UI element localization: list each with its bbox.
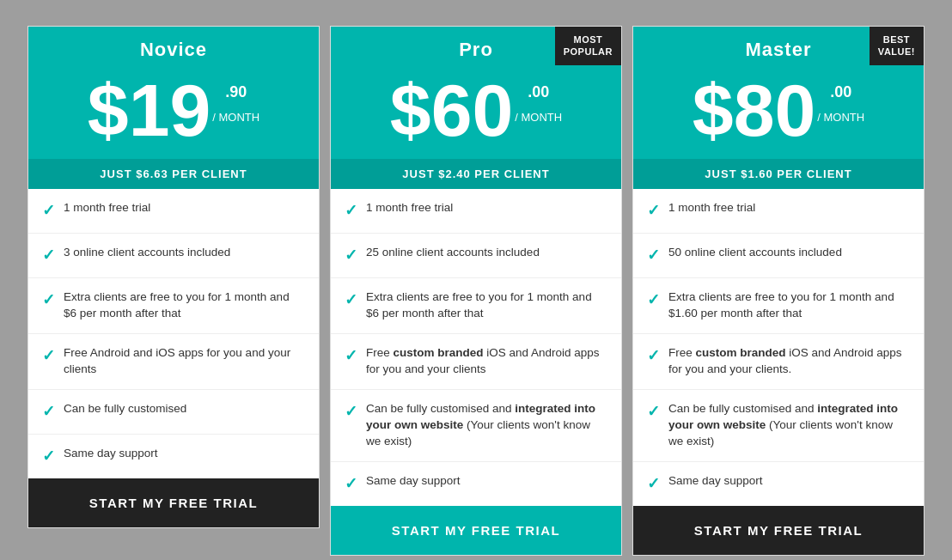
feature-item-pro-3: ✓Free custom branded iOS and Android app…: [331, 334, 621, 390]
check-icon: ✓: [345, 345, 357, 367]
feature-text-novice-1: 3 online client accounts included: [64, 245, 230, 261]
feature-item-novice-5: ✓Same day support: [28, 435, 319, 478]
feature-text-pro-4: Can be fully customised and integrated i…: [366, 401, 607, 450]
badge-pro: MOSTPOPULAR: [555, 27, 621, 65]
plan-name-novice: Novice: [37, 39, 310, 61]
check-icon: ✓: [647, 401, 660, 423]
price-period-pro: / MONTH: [515, 112, 562, 123]
check-icon: ✓: [42, 200, 55, 222]
feature-text-pro-2: Extra clients are free to you for 1 mont…: [366, 289, 607, 322]
check-icon: ✓: [42, 345, 55, 367]
feature-text-master-4: Can be fully customised and integrated i…: [668, 401, 910, 450]
feature-item-master-5: ✓Same day support: [633, 462, 924, 506]
feature-text-master-5: Same day support: [668, 473, 763, 490]
feature-text-master-3: Free custom branded iOS and Android apps…: [668, 345, 910, 378]
features-list-master: ✓1 month free trial✓50 online client acc…: [633, 189, 924, 506]
plan-header-novice: Novice$19.90/ MONTH: [28, 27, 319, 159]
check-icon: ✓: [345, 473, 357, 495]
feature-item-novice-1: ✓3 online client accounts included: [28, 234, 319, 278]
check-icon: ✓: [345, 200, 357, 222]
pricing-container: Novice$19.90/ MONTHJUST $6.63 PER CLIENT…: [5, 0, 947, 560]
feature-text-pro-1: 25 online client accounts included: [366, 245, 540, 261]
check-icon: ✓: [345, 245, 357, 266]
feature-item-master-4: ✓Can be fully customised and integrated …: [633, 390, 924, 462]
plan-card-novice: Novice$19.90/ MONTHJUST $6.63 PER CLIENT…: [27, 26, 320, 528]
feature-item-pro-0: ✓1 month free trial: [331, 189, 621, 234]
price-decimal-master: .00: [817, 84, 864, 100]
price-block-pro: $60.00/ MONTH: [339, 64, 613, 159]
features-list-novice: ✓1 month free trial✓3 online client acco…: [28, 189, 319, 478]
cta-button-master[interactable]: START MY FREE TRIAL: [633, 506, 924, 555]
per-client-bar-master: JUST $1.60 PER CLIENT: [633, 159, 924, 189]
check-icon: ✓: [647, 289, 660, 311]
check-icon: ✓: [42, 245, 55, 266]
feature-text-novice-5: Same day support: [64, 446, 158, 462]
check-icon: ✓: [647, 473, 660, 495]
feature-text-pro-5: Same day support: [366, 473, 461, 490]
feature-text-pro-0: 1 month free trial: [366, 200, 453, 216]
feature-item-novice-3: ✓Free Android and iOS apps for you and y…: [28, 334, 319, 390]
feature-item-master-3: ✓Free custom branded iOS and Android app…: [633, 334, 924, 390]
plan-card-pro: MOSTPOPULARPro$60.00/ MONTHJUST $2.40 PE…: [330, 26, 622, 556]
badge-master: BESTVALUE!: [870, 27, 924, 65]
feature-text-novice-0: 1 month free trial: [64, 200, 150, 216]
feature-item-pro-2: ✓Extra clients are free to you for 1 mon…: [331, 278, 621, 334]
feature-item-master-1: ✓50 online client accounts included: [633, 234, 924, 278]
feature-text-master-1: 50 online client accounts included: [668, 245, 842, 261]
feature-item-pro-1: ✓25 online client accounts included: [331, 234, 621, 278]
feature-text-novice-4: Can be fully customised: [64, 401, 186, 417]
plan-header-master: BESTVALUE!Master$80.00/ MONTH: [633, 27, 924, 159]
feature-text-master-2: Extra clients are free to you for 1 mont…: [668, 289, 910, 322]
feature-item-pro-5: ✓Same day support: [331, 462, 621, 506]
check-icon: ✓: [42, 401, 55, 423]
per-client-bar-pro: JUST $2.40 PER CLIENT: [331, 159, 621, 189]
check-icon: ✓: [345, 401, 357, 423]
plan-card-master: BESTVALUE!Master$80.00/ MONTHJUST $1.60 …: [632, 26, 925, 556]
feature-item-novice-4: ✓Can be fully customised: [28, 390, 319, 435]
check-icon: ✓: [647, 245, 660, 266]
price-main-pro: $60: [390, 73, 514, 147]
feature-item-master-0: ✓1 month free trial: [633, 189, 924, 234]
cta-button-pro[interactable]: START MY FREE TRIAL: [331, 506, 621, 555]
cta-button-novice[interactable]: START MY FREE TRIAL: [28, 478, 319, 527]
feature-item-novice-0: ✓1 month free trial: [28, 189, 319, 234]
price-main-master: $80: [693, 73, 816, 147]
feature-text-master-0: 1 month free trial: [668, 200, 755, 216]
feature-text-novice-2: Extra clients are free to you for 1 mont…: [64, 289, 305, 322]
check-icon: ✓: [42, 289, 55, 311]
features-list-pro: ✓1 month free trial✓25 online client acc…: [331, 189, 621, 506]
check-icon: ✓: [345, 289, 357, 311]
price-period-novice: / MONTH: [212, 112, 259, 123]
feature-item-master-2: ✓Extra clients are free to you for 1 mon…: [633, 278, 924, 334]
price-period-master: / MONTH: [817, 112, 864, 123]
feature-text-novice-3: Free Android and iOS apps for you and yo…: [64, 345, 305, 378]
feature-text-pro-3: Free custom branded iOS and Android apps…: [366, 345, 607, 378]
check-icon: ✓: [647, 200, 660, 222]
feature-item-pro-4: ✓Can be fully customised and integrated …: [331, 390, 621, 462]
price-block-master: $80.00/ MONTH: [642, 64, 915, 159]
per-client-bar-novice: JUST $6.63 PER CLIENT: [28, 159, 319, 189]
price-block-novice: $19.90/ MONTH: [37, 64, 310, 159]
check-icon: ✓: [42, 446, 55, 467]
price-decimal-pro: .00: [515, 84, 562, 100]
check-icon: ✓: [647, 345, 660, 367]
plan-header-pro: MOSTPOPULARPro$60.00/ MONTH: [331, 27, 621, 159]
price-decimal-novice: .90: [212, 84, 259, 100]
feature-item-novice-2: ✓Extra clients are free to you for 1 mon…: [28, 278, 319, 334]
price-main-novice: $19: [88, 73, 211, 147]
